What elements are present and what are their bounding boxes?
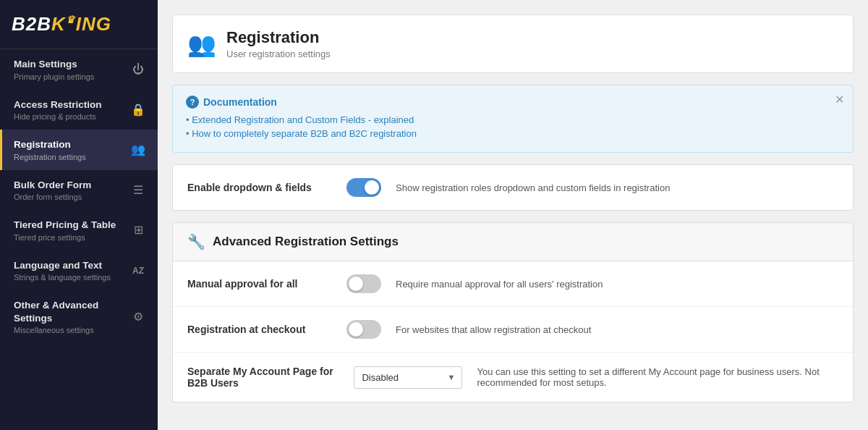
doc-link-1[interactable]: Extended Registration and Custom Fields …: [186, 114, 840, 125]
lock-icon: 🔒: [130, 103, 146, 117]
sidebar-item-sub-bulk-order-form: Order form settings: [14, 193, 130, 201]
sidebar-item-other-advanced[interactable]: Other & Advanced Settings Miscellaneous …: [0, 290, 158, 343]
language-icon: AZ: [130, 266, 146, 276]
table-icon: ⊞: [130, 223, 146, 237]
separate-account-select-wrap: Disabled Enabled ▼: [354, 366, 462, 389]
sidebar-item-title-access-restriction: Access Restriction: [14, 98, 130, 111]
page-title: Registration: [226, 28, 331, 47]
enable-dropdown-label: Enable dropdown & fields: [187, 182, 332, 193]
sidebar-item-title-language-text: Language and Text: [14, 259, 130, 272]
documentation-card: ? Documentation Extended Registration an…: [172, 85, 854, 153]
toggle-track-manual-approval[interactable]: [346, 274, 381, 293]
separate-account-select[interactable]: Disabled Enabled: [354, 366, 462, 389]
separate-account-desc: You can use this setting to set a differ…: [477, 366, 838, 388]
advanced-settings-title: Advanced Registration Settings: [213, 235, 399, 249]
advanced-settings-body: Manual approval for all Require manual a…: [172, 261, 854, 402]
sidebar-item-sub-tiered-pricing: Tiered price settings: [14, 233, 130, 242]
manual-approval-label: Manual approval for all: [187, 278, 332, 290]
logo-king: K♛ING: [51, 13, 111, 35]
separate-account-row: Separate My Account Page for B2B Users D…: [173, 353, 853, 402]
page-subtitle: User registration settings: [226, 49, 331, 59]
enable-dropdown-desc: Show registration roles dropdown and cus…: [396, 182, 670, 193]
logo-area: B2BK♛ING: [0, 0, 158, 49]
users-icon: 👥: [130, 143, 146, 156]
logo: B2BK♛ING: [12, 13, 146, 35]
registration-checkout-label: Registration at checkout: [187, 324, 332, 335]
power-icon: ⏻: [130, 63, 146, 76]
toggle-track-registration-checkout[interactable]: [346, 320, 381, 339]
gear-icon: ⚙: [130, 310, 146, 324]
registration-checkout-row: Registration at checkout For websites th…: [173, 307, 853, 353]
logo-b2b: B2B: [12, 13, 51, 35]
doc-link-2[interactable]: How to completely separate B2B and B2C r…: [186, 128, 840, 139]
page-header: 👥 Registration User registration setting…: [172, 14, 854, 73]
sidebar-item-main-settings[interactable]: Main Settings Primary plugin settings ⏻: [0, 49, 158, 90]
sidebar-item-access-restriction[interactable]: Access Restriction Hide pricing & produc…: [0, 90, 158, 130]
registration-checkout-desc: For websites that allow registration at …: [396, 324, 591, 335]
manual-approval-desc: Require manual approval for all users' r…: [396, 279, 603, 290]
separate-account-label: Separate My Account Page for B2B Users: [187, 366, 339, 389]
wrench-icon: 🔧: [187, 233, 205, 250]
manual-approval-row: Manual approval for all Require manual a…: [173, 261, 853, 307]
sidebar: B2BK♛ING Main Settings Primary plugin se…: [0, 0, 158, 430]
sidebar-item-title-bulk-order-form: Bulk Order Form: [14, 179, 130, 192]
sidebar-item-sub-main-settings: Primary plugin settings: [14, 72, 130, 81]
sidebar-item-tiered-pricing[interactable]: Tiered Pricing & Table Tiered price sett…: [0, 210, 158, 250]
sidebar-item-title-registration: Registration: [14, 138, 130, 151]
list-icon: ☰: [130, 183, 146, 197]
toggle-track-enable-dropdown[interactable]: [346, 178, 381, 197]
sidebar-item-sub-access-restriction: Hide pricing & products: [14, 112, 130, 121]
advanced-settings-header: 🔧 Advanced Registration Settings: [172, 222, 854, 261]
toggle-thumb-manual-approval: [349, 277, 363, 291]
main-content: 👥 Registration User registration setting…: [158, 0, 868, 430]
question-icon: ?: [186, 96, 199, 109]
sidebar-item-bulk-order-form[interactable]: Bulk Order Form Order form settings ☰: [0, 170, 158, 211]
doc-title: ? Documentation: [186, 96, 840, 109]
manual-approval-toggle[interactable]: [346, 274, 381, 293]
sidebar-item-title-tiered-pricing: Tiered Pricing & Table: [14, 219, 130, 232]
sidebar-item-sub-language-text: Strings & language settings: [14, 273, 130, 282]
sidebar-item-sub-other-advanced: Miscellaneous settings: [14, 326, 130, 334]
sidebar-item-title-other-advanced: Other & Advanced Settings: [14, 299, 130, 324]
enable-dropdown-toggle[interactable]: [346, 178, 381, 197]
enable-dropdown-row: Enable dropdown & fields Show registrati…: [172, 164, 854, 211]
doc-close-button[interactable]: ✕: [835, 93, 844, 106]
sidebar-item-registration[interactable]: Registration Registration settings 👥: [0, 130, 158, 170]
registration-checkout-toggle[interactable]: [346, 320, 381, 339]
toggle-thumb-registration-checkout: [349, 322, 363, 337]
sidebar-item-title-main-settings: Main Settings: [14, 58, 130, 71]
sidebar-item-sub-registration: Registration settings: [14, 153, 130, 161]
registration-header-icon: 👥: [187, 30, 216, 58]
toggle-thumb-enable-dropdown: [365, 180, 379, 195]
sidebar-item-language-text[interactable]: Language and Text Strings & language set…: [0, 250, 158, 291]
